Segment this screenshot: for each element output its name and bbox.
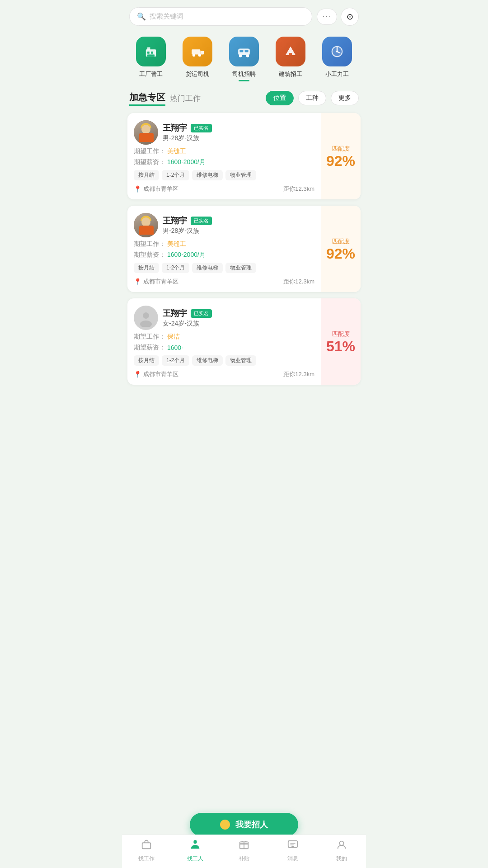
svg-point-19: [143, 312, 149, 319]
search-icon: 🔍: [137, 12, 146, 21]
active-indicator: [239, 80, 249, 81]
filter-type[interactable]: 工种: [298, 91, 326, 105]
salary-value: 1600-2000/月: [167, 251, 206, 259]
tab-urgent[interactable]: 加急专区: [129, 90, 165, 106]
svg-rect-11: [245, 50, 249, 52]
person-meta: 男-28岁-汉族: [163, 227, 212, 235]
svg-rect-5: [192, 49, 200, 54]
card-header: 王翔宇 已实名 男-28岁-汉族: [134, 120, 314, 145]
card-header: 王翔宇 已实名 男-28岁-汉族: [134, 213, 314, 237]
job-label: 期望工作：: [134, 333, 165, 341]
job-value: 美缝工: [167, 240, 186, 248]
verified-badge: 已实名: [191, 124, 212, 132]
tag: 维修电梯: [192, 355, 223, 366]
card-header: 王翔宇 已实名 女-24岁-汉族: [134, 306, 314, 330]
category-item-freight[interactable]: 货运司机: [183, 37, 212, 81]
salary-label: 期望薪资：: [134, 251, 165, 259]
salary-label: 期望薪资：: [134, 344, 165, 352]
worker-name: 王翔宇: [163, 123, 187, 133]
tag: 物业管理: [225, 170, 256, 180]
svg-rect-2: [147, 52, 150, 54]
avatar: [134, 120, 158, 145]
card-content: 王翔宇 已实名 男-28岁-汉族 期望工作： 美缝工 期望薪资： 1600-20…: [127, 206, 321, 292]
camera-button[interactable]: ⊙: [341, 8, 359, 26]
match-percent: 51%: [326, 339, 355, 354]
match-panel: 匹配度 92%: [321, 206, 361, 292]
job-info-row: 期望工作： 美缝工: [134, 147, 314, 156]
name-row: 王翔宇 已实名: [163, 308, 212, 319]
svg-point-12: [239, 54, 242, 57]
name-row: 王翔宇 已实名: [163, 123, 212, 133]
category-label-freight: 货运司机: [186, 70, 209, 78]
svg-rect-6: [200, 51, 204, 54]
location-row: 📍 成都市青羊区 距你12.3km: [134, 185, 314, 193]
svg-rect-4: [147, 54, 155, 57]
job-info-row: 期望工作： 保洁: [134, 333, 314, 341]
job-card[interactable]: 王翔宇 已实名 男-28岁-汉族 期望工作： 美缝工 期望薪资： 1600-20…: [127, 113, 361, 199]
svg-rect-15: [289, 53, 292, 55]
tag: 1-2个月: [162, 170, 189, 180]
distance-text: 距你12.3km: [283, 278, 314, 286]
cards-container: 王翔宇 已实名 男-28岁-汉族 期望工作： 美缝工 期望薪资： 1600-20…: [122, 109, 366, 421]
category-item-labor[interactable]: 小工力工: [322, 37, 352, 81]
card-main: 王翔宇 已实名 女-24岁-汉族 期望工作： 保洁 期望薪资： 1600- 按月…: [127, 298, 361, 385]
worker-name: 王翔宇: [163, 215, 187, 226]
top-bar: 🔍 搜索关键词 ··· ⊙: [122, 0, 366, 29]
category-item-construction[interactable]: 建筑招工: [276, 37, 305, 81]
job-card[interactable]: 王翔宇 已实名 女-24岁-汉族 期望工作： 保洁 期望薪资： 1600- 按月…: [127, 298, 361, 385]
tag: 物业管理: [225, 263, 256, 273]
search-bar[interactable]: 🔍 搜索关键词: [129, 7, 312, 26]
tags-row: 按月结1-2个月维修电梯物业管理: [134, 263, 314, 273]
category-label-construction: 建筑招工: [279, 70, 302, 78]
person-meta: 女-24岁-汉族: [163, 320, 212, 328]
location-text: 成都市青羊区: [143, 370, 178, 378]
tab-hot[interactable]: 热门工作: [170, 92, 201, 104]
category-icon-labor: [322, 37, 352, 66]
tag: 维修电梯: [192, 263, 223, 273]
location-row: 📍 成都市青羊区 距你12.3km: [134, 278, 314, 286]
camera-icon: ⊙: [347, 12, 353, 22]
person-meta: 男-28岁-汉族: [163, 134, 212, 142]
pin-icon: 📍: [134, 371, 141, 378]
tag: 按月结: [134, 355, 159, 366]
avatar: [134, 306, 158, 330]
worker-name: 王翔宇: [163, 308, 187, 319]
salary-info-row: 期望薪资： 1600-: [134, 344, 314, 352]
filter-more[interactable]: 更多: [331, 91, 359, 105]
match-label: 匹配度: [332, 330, 350, 338]
distance-text: 距你12.3km: [283, 185, 314, 193]
tabs-row: 加急专区热门工作位置工种更多: [122, 85, 366, 109]
card-main: 王翔宇 已实名 男-28岁-汉族 期望工作： 美缝工 期望薪资： 1600-20…: [127, 113, 361, 199]
person-info: 王翔宇 已实名 女-24岁-汉族: [163, 308, 212, 328]
category-label-labor: 小工力工: [325, 70, 349, 78]
name-row: 王翔宇 已实名: [163, 215, 212, 226]
tags-row: 按月结1-2个月维修电梯物业管理: [134, 170, 314, 180]
pin-icon: 📍: [134, 185, 141, 193]
dots-button[interactable]: ···: [317, 9, 337, 25]
category-item-driver[interactable]: 司机招聘: [229, 37, 259, 81]
svg-point-8: [198, 54, 201, 57]
card-content: 王翔宇 已实名 男-28岁-汉族 期望工作： 美缝工 期望薪资： 1600-20…: [127, 113, 321, 199]
filter-location[interactable]: 位置: [266, 91, 294, 105]
tags-row: 按月结1-2个月维修电梯物业管理: [134, 355, 314, 366]
category-icon-driver: [229, 37, 259, 66]
job-value: 保洁: [167, 333, 180, 341]
svg-point-18: [336, 51, 338, 52]
distance-text: 距你12.3km: [283, 370, 314, 378]
tag: 按月结: [134, 263, 159, 273]
svg-point-13: [246, 54, 249, 57]
verified-badge: 已实名: [191, 217, 212, 225]
match-panel: 匹配度 92%: [321, 113, 361, 199]
category-item-factory[interactable]: 工厂普工: [136, 37, 166, 81]
svg-rect-3: [151, 52, 153, 54]
job-card[interactable]: 王翔宇 已实名 男-28岁-汉族 期望工作： 美缝工 期望薪资： 1600-20…: [127, 206, 361, 292]
job-info-row: 期望工作： 美缝工: [134, 240, 314, 248]
location-text: 成都市青羊区: [143, 278, 178, 286]
tag: 按月结: [134, 170, 159, 180]
salary-value: 1600-: [167, 344, 183, 351]
location-text: 成都市青羊区: [143, 185, 178, 193]
salary-info-row: 期望薪资： 1600-2000/月: [134, 251, 314, 259]
avatar: [134, 213, 158, 237]
pin-icon: 📍: [134, 278, 141, 285]
person-info: 王翔宇 已实名 男-28岁-汉族: [163, 215, 212, 235]
